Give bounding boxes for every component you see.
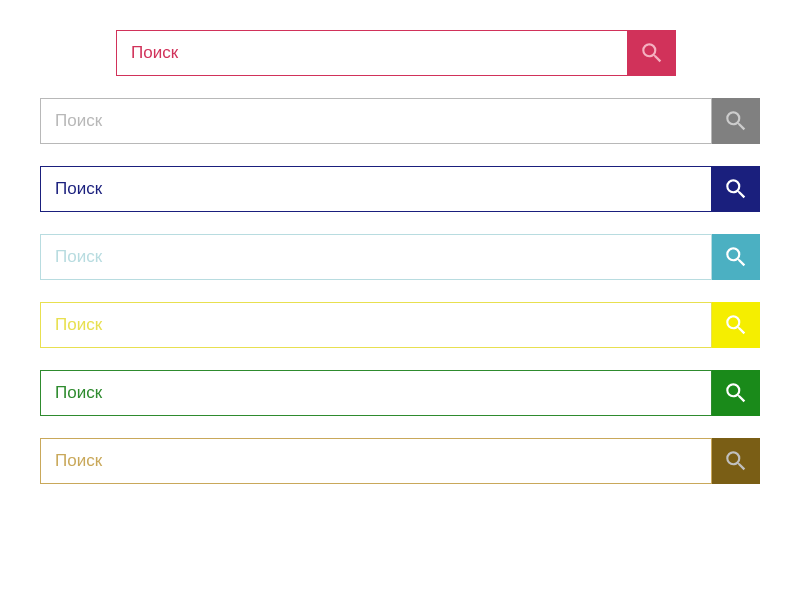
search-button-yellow[interactable] xyxy=(712,302,760,348)
search-bar-gray xyxy=(40,98,760,144)
search-icon xyxy=(723,108,749,134)
search-button-olive[interactable] xyxy=(712,438,760,484)
search-button-teal[interactable] xyxy=(712,234,760,280)
search-input-yellow[interactable] xyxy=(40,302,712,348)
search-button-gray[interactable] xyxy=(712,98,760,144)
search-input-teal[interactable] xyxy=(40,234,712,280)
search-input-olive[interactable] xyxy=(40,438,712,484)
search-bar-green xyxy=(40,370,760,416)
search-bar-darkblue xyxy=(40,166,760,212)
search-icon xyxy=(723,244,749,270)
search-icon xyxy=(723,176,749,202)
search-input-green[interactable] xyxy=(40,370,712,416)
search-icon xyxy=(639,40,665,66)
search-input-darkblue[interactable] xyxy=(40,166,712,212)
search-icon xyxy=(723,448,749,474)
search-bar-yellow xyxy=(40,302,760,348)
search-button-darkblue[interactable] xyxy=(712,166,760,212)
search-input-gray[interactable] xyxy=(40,98,712,144)
search-bar-crimson xyxy=(116,30,676,76)
search-bar-teal xyxy=(40,234,760,280)
search-icon xyxy=(723,312,749,338)
search-button-crimson[interactable] xyxy=(628,30,676,76)
search-icon xyxy=(723,380,749,406)
search-button-green[interactable] xyxy=(712,370,760,416)
search-bar-olive xyxy=(40,438,760,484)
search-input-crimson[interactable] xyxy=(116,30,628,76)
